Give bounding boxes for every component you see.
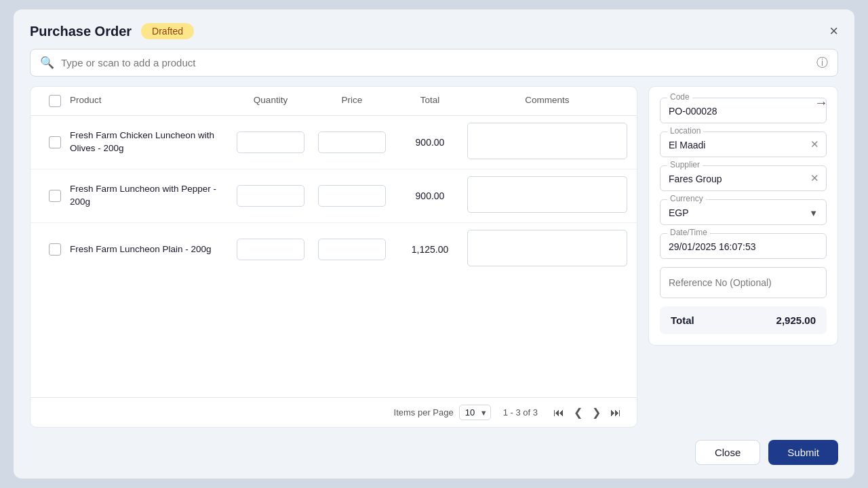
table-row: Fresh Farm Chicken Luncheon with Olives … xyxy=(31,116,637,169)
next-page-button[interactable]: ❯ xyxy=(589,405,604,420)
pagination-info: 1 - 3 of 3 xyxy=(503,407,538,418)
quantity-input-2[interactable]: 20 xyxy=(237,185,304,207)
first-page-button[interactable]: ⏮ xyxy=(550,405,568,420)
table-row: Fresh Farm Luncheon with Pepper - 200g 2… xyxy=(31,169,637,223)
datetime-field-group: Date/Time 29/01/2025 16:07:53 xyxy=(660,233,827,259)
modal-header: Purchase Order Drafted × xyxy=(30,23,838,39)
modal-title: Purchase Order xyxy=(30,24,132,39)
prev-page-button[interactable]: ❮ xyxy=(570,405,586,420)
location-label: Location xyxy=(667,126,703,136)
info-icon[interactable]: ⓘ xyxy=(816,55,828,70)
last-page-button[interactable]: ⏭ xyxy=(607,405,625,420)
supplier-value: Fares Group xyxy=(669,174,722,184)
currency-select-wrapper: EGP USD EUR ▼ xyxy=(669,207,818,219)
currency-label: Currency xyxy=(667,194,706,203)
table-section: Product Quantity Price Total Comments Fr… xyxy=(30,86,637,428)
search-input[interactable] xyxy=(61,57,810,68)
total-amount: 2,925.00 xyxy=(776,314,816,326)
items-per-page-label: Items per Page xyxy=(394,407,454,418)
sidebar-card: → Code PO-000028 Location El Maadi ✕ xyxy=(648,86,838,346)
product-name-1: Fresh Farm Chicken Luncheon with Olives … xyxy=(70,129,230,155)
sidebar: → Code PO-000028 Location El Maadi ✕ xyxy=(648,86,838,428)
search-icon: 🔍 xyxy=(40,56,54,70)
table-row: Fresh Farm Luncheon Plain - 200g 25 45 1… xyxy=(31,223,637,276)
total-value-2: 900.00 xyxy=(393,190,467,201)
row-checkbox-2[interactable] xyxy=(49,190,61,202)
content-row: Product Quantity Price Total Comments Fr… xyxy=(30,86,838,428)
comment-input-2[interactable] xyxy=(467,176,627,213)
modal-close-button[interactable]: × xyxy=(829,24,838,39)
code-label: Code xyxy=(667,92,692,102)
location-clear-button[interactable]: ✕ xyxy=(810,138,819,150)
price-input-1[interactable]: 45 xyxy=(318,131,386,153)
col-header-price: Price xyxy=(311,95,393,107)
close-button[interactable]: Close xyxy=(695,440,760,465)
quantity-input-3[interactable]: 25 xyxy=(237,239,304,260)
row-checkbox-1[interactable] xyxy=(49,136,61,148)
currency-select[interactable]: EGP USD EUR xyxy=(669,207,818,218)
table-body: Fresh Farm Chicken Luncheon with Olives … xyxy=(31,116,637,397)
pagination-buttons: ⏮ ❮ ❯ ⏭ xyxy=(550,405,625,420)
product-name-3: Fresh Farm Luncheon Plain - 200g xyxy=(70,243,230,256)
datetime-value: 29/01/2025 16:07:53 xyxy=(669,241,755,252)
col-header-quantity: Quantity xyxy=(230,95,311,107)
currency-field-group: Currency EGP USD EUR ▼ xyxy=(660,199,827,225)
location-field-group: Location El Maadi ✕ xyxy=(660,131,827,157)
supplier-label: Supplier xyxy=(667,160,703,169)
quantity-input-1[interactable]: 20 xyxy=(237,131,304,153)
total-value-3: 1,125.00 xyxy=(393,244,467,255)
location-value: El Maadi xyxy=(669,140,705,150)
price-input-2[interactable]: 45 xyxy=(318,185,386,207)
col-header-comments: Comments xyxy=(467,95,627,107)
comment-input-3[interactable] xyxy=(467,230,627,266)
product-name-2: Fresh Farm Luncheon with Pepper - 200g xyxy=(70,183,230,209)
total-row: Total 2,925.00 xyxy=(660,306,827,334)
table-header: Product Quantity Price Total Comments xyxy=(31,87,637,116)
supplier-field-group: Supplier Fares Group ✕ xyxy=(660,165,827,191)
datetime-label: Date/Time xyxy=(667,228,710,237)
submit-button[interactable]: Submit xyxy=(768,440,838,465)
col-header-product: Product xyxy=(70,95,230,107)
purchase-order-modal: Purchase Order Drafted × 🔍 ⓘ Product Qua… xyxy=(14,9,854,479)
supplier-clear-button[interactable]: ✕ xyxy=(810,172,819,184)
items-per-page: Items per Page 10 20 50 ▼ xyxy=(394,405,491,420)
search-bar: 🔍 ⓘ xyxy=(30,49,838,77)
price-input-3[interactable]: 45 xyxy=(318,239,386,260)
per-page-select[interactable]: 10 20 50 xyxy=(459,405,491,420)
table-footer: Items per Page 10 20 50 ▼ 1 - 3 of 3 ⏮ xyxy=(31,397,637,427)
code-field-group: Code PO-000028 xyxy=(660,98,827,123)
total-label: Total xyxy=(671,314,694,326)
modal-footer: Close Submit xyxy=(30,437,838,465)
row-checkbox-3[interactable] xyxy=(49,243,61,256)
code-value: PO-000028 xyxy=(669,106,717,117)
reference-input[interactable] xyxy=(660,267,827,298)
status-badge: Drafted xyxy=(141,23,194,39)
col-header-total: Total xyxy=(393,95,467,107)
comment-input-1[interactable] xyxy=(467,123,627,159)
total-value-1: 900.00 xyxy=(393,137,467,148)
select-all-checkbox[interactable] xyxy=(49,95,61,107)
